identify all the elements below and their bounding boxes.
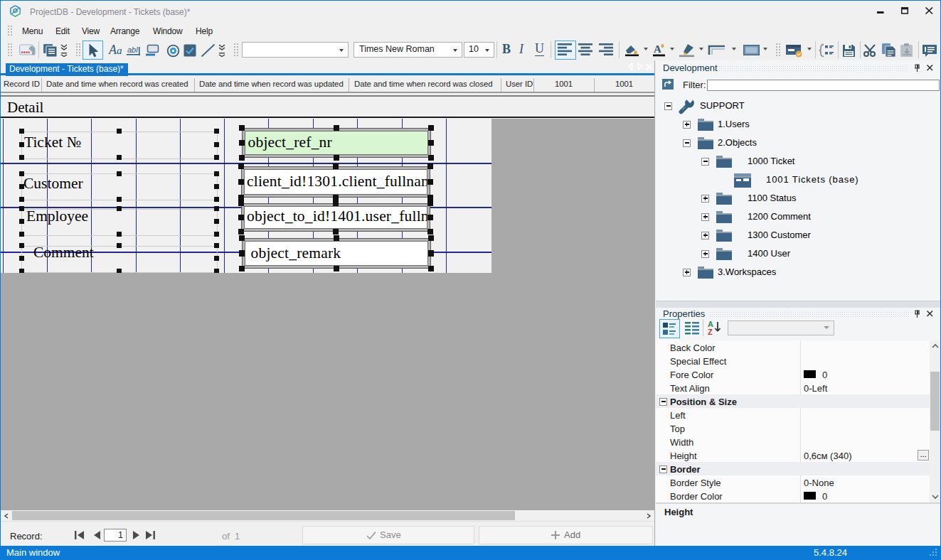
svg-text:abl: abl <box>127 45 138 54</box>
svg-text:Z: Z <box>708 328 713 336</box>
svg-text:A: A <box>654 43 661 55</box>
